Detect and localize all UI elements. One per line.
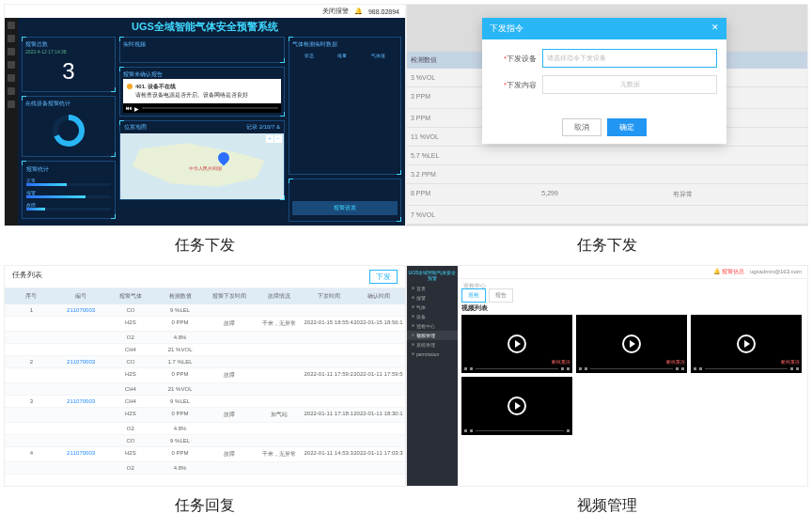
media-bar[interactable]: ⏮ ▶ — [123, 103, 281, 113]
task-list-panel: 任务列表 下发 序号编号报警气体检测数值报警下发时间故障情况下发时间确认时间 1… — [4, 265, 406, 488]
sidebar-item[interactable]: permission — [407, 350, 458, 359]
nav-icon[interactable] — [8, 74, 15, 82]
video-tile[interactable]: 断线重连 — [461, 315, 572, 373]
col-header: 检测数值 — [155, 292, 205, 301]
box-header: 气体检测实时数据 — [292, 40, 398, 49]
play-icon[interactable] — [508, 335, 526, 353]
bar-row: 正常 — [26, 178, 111, 186]
map-country-label: 中华人民共和国 — [189, 165, 222, 171]
nav-icon — [412, 287, 414, 289]
alarm-types-box: 报警统计 正常报警故障 — [22, 161, 116, 219]
realtime-data-box: 气体检测实时数据 状态电量气体值 — [289, 37, 401, 175]
content-label: *下发内容 — [492, 80, 537, 90]
box-header: 报警未确认报告 — [123, 70, 281, 79]
play-icon[interactable]: ▶ — [134, 105, 139, 112]
prev-icon[interactable]: ⏮ — [126, 105, 132, 111]
play-icon[interactable] — [737, 335, 756, 353]
nav-icon[interactable] — [8, 35, 15, 42]
table-row[interactable]: CO9 %LEL — [5, 435, 405, 447]
box-header: 报警总数 — [25, 40, 112, 49]
close-alarm-link[interactable]: 关闭报警 — [322, 7, 349, 16]
nav-icon[interactable] — [8, 101, 15, 108]
tab-report[interactable]: 报告 — [489, 288, 513, 303]
sidebar: UGS全域智能气体安全预警 首页报警气体设备巡检中心视频管理系统管理permis… — [407, 266, 458, 487]
map-canvas[interactable]: 中华人民共和国 +− — [120, 133, 284, 199]
nav-icon — [412, 315, 414, 318]
table-row[interactable]: O24.8% — [5, 423, 405, 435]
col-header: 报警下发时间 — [205, 292, 255, 301]
command-modal-panel: 检测数值报警情况 3 %VOL3 PPM千米，无异常3 PPM11 %VOL5.… — [406, 4, 808, 226]
table-row[interactable]: 2211070003CO1.7 %LEL — [5, 356, 405, 368]
ok-button[interactable]: 确定 — [607, 118, 647, 136]
table-row[interactable]: 1211070003CO9 %LEL — [5, 304, 405, 317]
offline-tag: 断线重连 — [666, 359, 685, 365]
video-tile[interactable]: 断线重连 — [691, 315, 802, 373]
col-header: 确认时间 — [353, 292, 403, 301]
table-row[interactable]: O24.8% — [5, 332, 405, 344]
table-row[interactable]: H2S0 PPM故障千米，无异常2022-01-15 18:55:472022-… — [5, 317, 405, 332]
col-header: 序号 — [7, 292, 56, 301]
online-stats-box: 在线设备报警统计 — [22, 96, 116, 157]
table-row[interactable]: O24.8% — [5, 462, 405, 475]
alarm-total-box: 报警总数 2022-4-12 17:14:38 3 — [22, 37, 116, 92]
video-controls[interactable] — [461, 428, 572, 435]
bar-row: 报警 — [26, 190, 111, 198]
sidebar-item[interactable]: 首页 — [407, 284, 458, 293]
content-empty: 无数据 — [542, 75, 717, 94]
col-header: 故障情况 — [255, 292, 304, 301]
points-value: 988.02894 — [368, 8, 399, 15]
offline-tag: 断线重连 — [781, 359, 800, 365]
dispatch-button[interactable]: 下发 — [369, 270, 398, 284]
close-icon[interactable]: ✕ — [711, 23, 719, 35]
nav-icon[interactable] — [8, 61, 15, 69]
table-row[interactable]: CH421 %VOL — [5, 383, 405, 396]
alarm-link[interactable]: 🔔 报警信息 — [713, 268, 744, 276]
nav-icon — [412, 305, 414, 308]
tab-inspect[interactable]: 巡检 — [461, 288, 486, 303]
sidebar-item[interactable]: 系统管理 — [407, 340, 458, 350]
nav-icon — [412, 352, 414, 355]
alarm-settings-button[interactable]: 报警设置 — [292, 201, 398, 215]
table-row[interactable]: H2S0 PPM故障加气站2022-01-11 17:18:142022-01-… — [5, 408, 405, 423]
table-row[interactable]: H2S0 PPM故障2022-01-11 17:59:202022-01-11 … — [5, 368, 405, 383]
sidebar-item[interactable]: 报警 — [407, 293, 458, 303]
page-title: 任务列表 — [12, 270, 42, 284]
map-zoom[interactable]: +− — [266, 135, 282, 143]
play-icon[interactable] — [508, 397, 526, 415]
user-label[interactable]: ugsadmin@163.com — [750, 269, 802, 274]
play-icon[interactable] — [622, 335, 641, 353]
alert-body: 请检查设备电源是否开启、设备网络是否良好 — [135, 91, 248, 100]
alert-card[interactable]: 401. 设备不在线 请检查设备电源是否开启、设备网络是否良好 — [123, 79, 281, 103]
video-controls[interactable] — [576, 366, 687, 373]
topbar: 🔔 报警信息 ugsadmin@163.com — [458, 266, 807, 279]
box-header: 位置地图 — [124, 123, 147, 132]
table-row[interactable]: 3211070003CH49 %LEL — [5, 396, 405, 408]
nav-icon[interactable] — [8, 87, 15, 95]
dashboard-panel: 关闭报警 🔔 988.02894 UGS全域智能气体安全预警系统 报警总数 20… — [4, 4, 406, 226]
sidebar-item[interactable]: 视频管理 — [407, 331, 458, 340]
progress-track[interactable] — [142, 107, 278, 109]
box-header: 实时视频 — [123, 40, 281, 49]
sidebar-item[interactable]: 气体 — [407, 303, 458, 312]
warning-icon — [127, 84, 133, 89]
cancel-button[interactable]: 取消 — [562, 118, 601, 136]
bell-icon[interactable]: 🔔 — [354, 8, 363, 15]
video-controls[interactable] — [461, 366, 572, 373]
nav-icon — [412, 324, 414, 327]
table-row[interactable]: CH421 %VOL — [5, 344, 405, 356]
sidebar-item[interactable]: 设备 — [407, 312, 458, 321]
table-row[interactable]: 4211070003H2S0 PPM故障千米，无异常2022-01-11 14:… — [5, 447, 405, 462]
bottom-right-box: 报警设置 — [289, 179, 401, 222]
command-modal: 下发指令 ✕ *下发设备 请选择指令下发设备 *下发内容 无数据 取消 确定 — [482, 18, 726, 144]
video-tile[interactable]: 断线重连 — [576, 315, 687, 373]
nav-icon[interactable] — [8, 48, 15, 55]
box-header: 在线设备报警统计 — [25, 100, 112, 108]
device-label: *下发设备 — [492, 54, 537, 64]
realtime-cols: 状态电量气体值 — [292, 53, 398, 58]
video-tile[interactable] — [461, 377, 572, 435]
video-controls[interactable] — [691, 366, 802, 373]
sidebar-item[interactable]: 巡检中心 — [407, 321, 458, 331]
device-select[interactable]: 请选择指令下发设备 — [542, 49, 717, 68]
nav-icon[interactable] — [8, 22, 15, 29]
nav-icon — [412, 296, 414, 299]
